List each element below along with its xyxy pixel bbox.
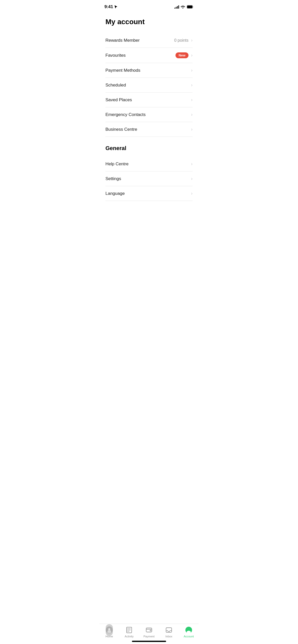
page-content: My account Rewards Member 0 points › Fav… bbox=[99, 13, 199, 240]
language-label: Language bbox=[105, 191, 125, 196]
general-section-title: General bbox=[105, 145, 193, 152]
new-badge: New bbox=[175, 52, 188, 58]
signal-icon bbox=[174, 5, 179, 9]
rewards-member-item[interactable]: Rewards Member 0 points › bbox=[105, 33, 193, 48]
account-section: Rewards Member 0 points › Favourites New… bbox=[105, 33, 193, 137]
business-centre-item[interactable]: Business Centre › bbox=[105, 122, 193, 137]
location-arrow-icon bbox=[114, 5, 117, 9]
settings-label: Settings bbox=[105, 176, 121, 181]
emergency-contacts-item[interactable]: Emergency Contacts › bbox=[105, 107, 193, 122]
favourites-chevron-icon: › bbox=[191, 53, 193, 58]
scheduled-chevron-icon: › bbox=[191, 82, 193, 88]
scheduled-label: Scheduled bbox=[105, 83, 126, 88]
language-chevron-icon: › bbox=[191, 191, 193, 196]
rewards-member-label: Rewards Member bbox=[105, 38, 140, 43]
battery-icon bbox=[187, 5, 194, 9]
rewards-points-value: 0 points bbox=[174, 38, 188, 43]
emergency-contacts-label: Emergency Contacts bbox=[105, 112, 146, 117]
settings-chevron-icon: › bbox=[191, 176, 193, 181]
scheduled-item[interactable]: Scheduled › bbox=[105, 78, 193, 93]
payment-methods-item[interactable]: Payment Methods › bbox=[105, 63, 193, 78]
time-display: 9:41 bbox=[104, 4, 113, 9]
help-centre-item[interactable]: Help Centre › bbox=[105, 157, 193, 171]
rewards-chevron-icon: › bbox=[191, 38, 193, 43]
favourites-item[interactable]: Favourites New › bbox=[105, 48, 193, 63]
saved-places-chevron-icon: › bbox=[191, 97, 193, 103]
status-icons bbox=[174, 5, 194, 9]
saved-places-item[interactable]: Saved Places › bbox=[105, 93, 193, 107]
payment-methods-chevron-icon: › bbox=[191, 68, 193, 73]
language-item[interactable]: Language › bbox=[105, 186, 193, 201]
wifi-icon bbox=[181, 5, 185, 9]
page-title: My account bbox=[105, 18, 193, 26]
settings-item[interactable]: Settings › bbox=[105, 171, 193, 186]
status-bar: 9:41 bbox=[99, 0, 199, 13]
saved-places-label: Saved Places bbox=[105, 97, 132, 103]
help-centre-chevron-icon: › bbox=[191, 161, 193, 167]
svg-rect-1 bbox=[187, 6, 193, 8]
help-centre-label: Help Centre bbox=[105, 162, 129, 167]
business-centre-label: Business Centre bbox=[105, 127, 137, 132]
payment-methods-label: Payment Methods bbox=[105, 68, 140, 73]
business-centre-chevron-icon: › bbox=[191, 127, 193, 132]
status-time: 9:41 bbox=[104, 4, 117, 9]
emergency-contacts-chevron-icon: › bbox=[191, 112, 193, 117]
general-section: General Help Centre › Settings › Languag… bbox=[105, 145, 193, 201]
favourites-label: Favourites bbox=[105, 53, 126, 58]
